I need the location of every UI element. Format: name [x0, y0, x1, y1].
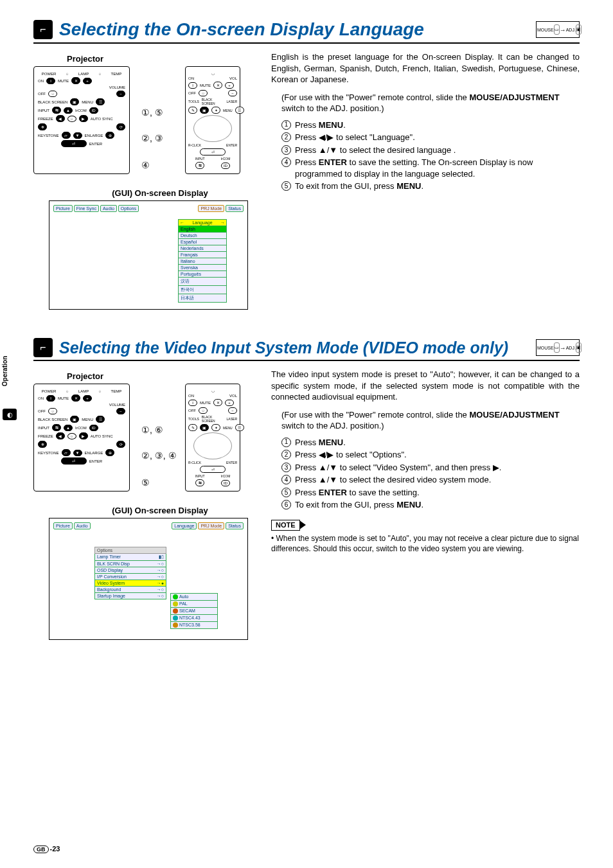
- lang-item: 汉语: [179, 277, 226, 285]
- badge-adj-label: ADJ.: [566, 28, 576, 32]
- gui-tab: Picture: [53, 522, 73, 529]
- lang-item: 日本語: [179, 294, 226, 302]
- gui-screenshot-1: Picture Fine Sync Audio Options PRJ Mode…: [49, 200, 248, 310]
- lang-item: Français: [179, 251, 226, 258]
- gui-label-1: (GUI) On-screen Display: [68, 188, 252, 198]
- gui-tab: Options: [118, 205, 139, 212]
- remote-input[interactable]: ⇆: [195, 162, 204, 169]
- section2-header: ⌐ Selecting the Video Input System Mode …: [33, 338, 580, 361]
- projector-remote-figure-2: POWER○LAMP○TEMP ONIMUTE✕+ VOLUME OFF○− B…: [33, 384, 252, 493]
- right-button[interactable]: ▶: [79, 115, 88, 122]
- section2-hint: (For use with the "Power" remote control…: [281, 409, 580, 432]
- up-button[interactable]: ▲: [64, 107, 73, 114]
- freeze-button[interactable]: ❄: [38, 123, 47, 130]
- enlarge-button[interactable]: ⊕: [105, 132, 114, 139]
- section1-steps: 1Press MENU. 2Press ◀/▶ to select "Langu…: [281, 120, 580, 192]
- gui-tab: Picture: [53, 205, 73, 212]
- autosync-button[interactable]: ⟳: [116, 123, 125, 130]
- keystone-button[interactable]: ▱: [62, 132, 71, 139]
- mute-button[interactable]: ✕: [71, 77, 80, 84]
- remote-on-button[interactable]: I: [188, 82, 197, 89]
- projector-label-1: Projector: [67, 54, 252, 64]
- projector-panel: POWER○LAMP○TEMP ONIMUTE✕+ VOLUME OFF○− B…: [33, 384, 130, 492]
- remote-mute-button[interactable]: ✕: [213, 82, 222, 89]
- callouts-1: ①, ⑤ ②, ③ ④: [141, 66, 180, 175]
- projector-remote-figure-1: POWER○LAMP○TEMP ONIMUTE✕+ VOLUME OFF○− B…: [33, 66, 252, 175]
- video-system-submenu: Auto PAL SECAM NTSC4.43 NTSC3.58: [170, 593, 218, 629]
- blackscreen-button[interactable]: ▣: [70, 98, 79, 105]
- badge-mouse-label: MOUSE: [537, 346, 554, 350]
- input-button[interactable]: ⇆: [52, 107, 61, 114]
- section1-hint: (For use with the "Power" remote control…: [281, 92, 580, 114]
- section1-title: Selecting the On-screen Display Language: [59, 19, 529, 40]
- badge-adj-label: ADJ.: [566, 346, 576, 350]
- note-heading: NOTE: [271, 520, 300, 531]
- gui-tab: Audio: [100, 205, 117, 212]
- badge-mouse-icon: ▭: [554, 24, 560, 35]
- down-button[interactable]: ▼: [73, 132, 82, 139]
- projector-label-2: Projector: [67, 371, 252, 381]
- on-button[interactable]: I: [46, 78, 55, 84]
- gui-tab: PRJ Mode: [198, 522, 224, 529]
- gui-tab: PRJ Mode: [198, 205, 224, 212]
- remote-vol-down[interactable]: −: [228, 90, 237, 96]
- remote-menu[interactable]: ☰: [235, 107, 244, 114]
- sidebar-section-label: Operation: [0, 352, 10, 390]
- section2-steps: 1Press MENU. 2Press ◀/▶ to select "Optio…: [281, 437, 580, 511]
- badge-adj-icon: ▣: [576, 24, 582, 35]
- menu-button[interactable]: ☰: [96, 98, 105, 105]
- gui-tab: Fine Sync: [74, 205, 99, 212]
- remote-enter[interactable]: ⏎: [200, 148, 226, 155]
- remote-tools[interactable]: ✎: [188, 107, 197, 114]
- remote-ircom[interactable]: ID: [221, 163, 230, 169]
- gui-screenshot-2: Picture Audio Language PRJ Mode Status O…: [49, 518, 248, 640]
- lang-item: Italiano: [179, 258, 226, 264]
- projector-panel: POWER○LAMP○TEMP ONIMUTE✕+ VOLUME OFF○− B…: [33, 66, 130, 174]
- lang-item: Português: [179, 270, 226, 277]
- language-menu: ←Language→ English Deutsch Español Neder…: [178, 219, 227, 303]
- note-text: • When the system mode is set to "Auto",…: [271, 533, 580, 554]
- remote-panel: ◡ ONVOL IMUTE✕+ OFF○− TOOLSBLACK SCREENL…: [185, 66, 240, 174]
- enter-button[interactable]: ⏎: [61, 140, 87, 147]
- mouse-adj-badge: MOUSE ▭ → ADJ. ▣: [536, 21, 580, 38]
- arrow-icon: →: [560, 344, 566, 351]
- lang-item: 한국어: [179, 285, 226, 294]
- lang-item: Español: [179, 238, 226, 245]
- section1-intro: English is the preset language for the O…: [271, 51, 580, 85]
- section2-intro: The video input system mode is preset to…: [271, 369, 580, 403]
- remote-dpad[interactable]: [193, 115, 232, 142]
- ircom-button[interactable]: ID: [89, 107, 98, 114]
- lang-item: Deutsch: [179, 232, 226, 238]
- left-button[interactable]: ◀: [56, 115, 65, 122]
- page-number: GB-23: [33, 845, 60, 853]
- sidebar-section-icon: ◐: [3, 409, 17, 420]
- lang-item: Svenska: [179, 264, 226, 270]
- vol-up-button[interactable]: +: [83, 78, 92, 84]
- arrow-icon: →: [560, 26, 566, 33]
- remote-laser[interactable]: ✦: [211, 107, 220, 114]
- vol-down-button[interactable]: −: [116, 91, 125, 97]
- off-button[interactable]: ○: [48, 91, 57, 97]
- gui-tab: Language: [172, 522, 197, 529]
- remote-icon: ⌐: [33, 338, 53, 357]
- gui-label-2: (GUI) On-screen Display: [68, 506, 252, 515]
- gui-tab: Audio: [74, 522, 91, 529]
- badge-adj-icon: ▣: [576, 342, 582, 353]
- remote-icon: ⌐: [33, 20, 53, 39]
- options-menu: Options Lamp Timer▮▯ BLK SCRN Disp→○ OSD…: [94, 547, 166, 599]
- remote-panel: ◡ ONVOL IMUTE✕+ OFF○− TOOLSBLACK SCREENL…: [185, 384, 240, 492]
- remote-off-button[interactable]: ○: [199, 90, 208, 96]
- section1-header: ⌐ Selecting the On-screen Display Langua…: [33, 19, 580, 44]
- lang-item: English: [179, 226, 226, 232]
- section2-title: Selecting the Video Input System Mode (V…: [59, 339, 529, 357]
- gui-tab: Status: [226, 522, 244, 529]
- remote-blackscreen[interactable]: ▣: [200, 107, 209, 114]
- badge-mouse-icon: ▭: [554, 342, 560, 353]
- remote-dpad[interactable]: [193, 432, 232, 459]
- mouse-adj-badge: MOUSE ▭ → ADJ. ▣: [536, 339, 580, 356]
- callouts-2: ①, ⑥ ②, ③, ④ ⑤: [141, 384, 180, 493]
- badge-mouse-label: MOUSE: [537, 28, 554, 32]
- gui-tab: Status: [226, 205, 244, 212]
- lang-item: Nederlands: [179, 245, 226, 251]
- remote-vol-up[interactable]: +: [225, 82, 234, 89]
